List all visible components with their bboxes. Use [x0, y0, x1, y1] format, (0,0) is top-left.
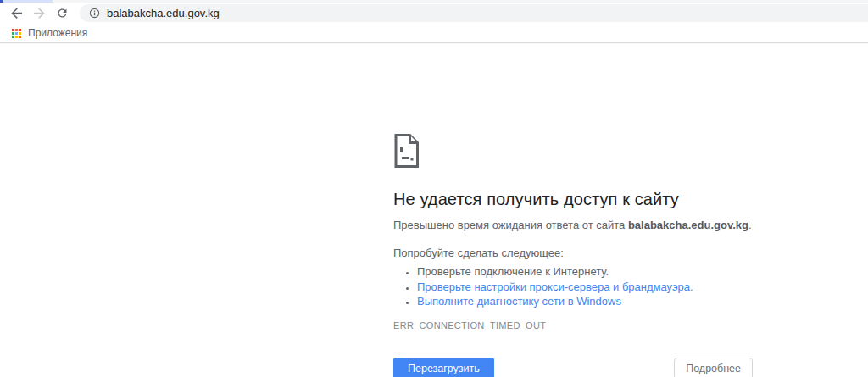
sad-file-icon	[393, 134, 419, 168]
proxy-settings-link[interactable]: Проверьте настройки прокси-сервера и бра…	[417, 280, 693, 293]
error-code: ERR_CONNECTION_TIMED_OUT	[393, 320, 753, 330]
refresh-icon	[56, 7, 69, 19]
error-description: Превышено время ожидания ответа от сайта…	[393, 218, 753, 233]
apps-grid-icon	[12, 29, 21, 38]
reload-page-button[interactable]: Перезагрузить	[393, 358, 494, 377]
details-button[interactable]: Подробнее	[674, 358, 753, 377]
arrow-left-icon	[10, 7, 23, 19]
tab-strip-remnant	[3, 0, 53, 3]
error-domain: balabakcha.edu.gov.kg	[628, 219, 748, 231]
suggestion-item-diagnostics: Выполните диагностику сети в Windows	[417, 294, 753, 309]
url-text[interactable]: balabakcha.edu.gov.kg	[107, 4, 220, 22]
reload-button[interactable]	[51, 4, 74, 23]
forward-button[interactable]	[28, 4, 51, 23]
error-description-suffix: .	[748, 219, 752, 231]
error-description-prefix: Превышено время ожидания ответа от сайта	[393, 219, 628, 231]
site-info-icon[interactable]	[89, 8, 100, 19]
network-diagnostics-link[interactable]: Выполните диагностику сети в Windows	[417, 295, 621, 308]
bookmarks-bar: Приложения	[0, 24, 868, 43]
button-row: Перезагрузить Подробнее	[393, 358, 753, 377]
suggestions-title: Попробуйте сделать следующее:	[393, 247, 753, 259]
suggestion-text: Проверьте подключение к Интернету.	[417, 265, 609, 278]
browser-toolbar: balabakcha.edu.gov.kg	[0, 3, 868, 24]
back-button[interactable]	[5, 4, 28, 23]
suggestions-list: Проверьте подключение к Интернету. Прове…	[393, 264, 753, 309]
browser-window: balabakcha.edu.gov.kg Приложения Не удае…	[0, 0, 868, 43]
suggestion-item-proxy: Проверьте настройки прокси-сервера и бра…	[417, 280, 753, 295]
suggestion-item-connection: Проверьте подключение к Интернету.	[417, 264, 753, 280]
address-bar[interactable]: balabakcha.edu.gov.kg	[80, 4, 868, 22]
error-page: Не удается получить доступ к сайту Превы…	[393, 134, 753, 377]
error-title: Не удается получить доступ к сайту	[393, 190, 753, 209]
window-top-edge	[0, 0, 868, 3]
arrow-right-icon	[33, 7, 46, 19]
bookmark-label: Приложения	[28, 27, 87, 39]
bookmark-apps[interactable]: Приложения	[8, 25, 91, 41]
page-content: Не удается получить доступ к сайту Превы…	[0, 44, 868, 377]
